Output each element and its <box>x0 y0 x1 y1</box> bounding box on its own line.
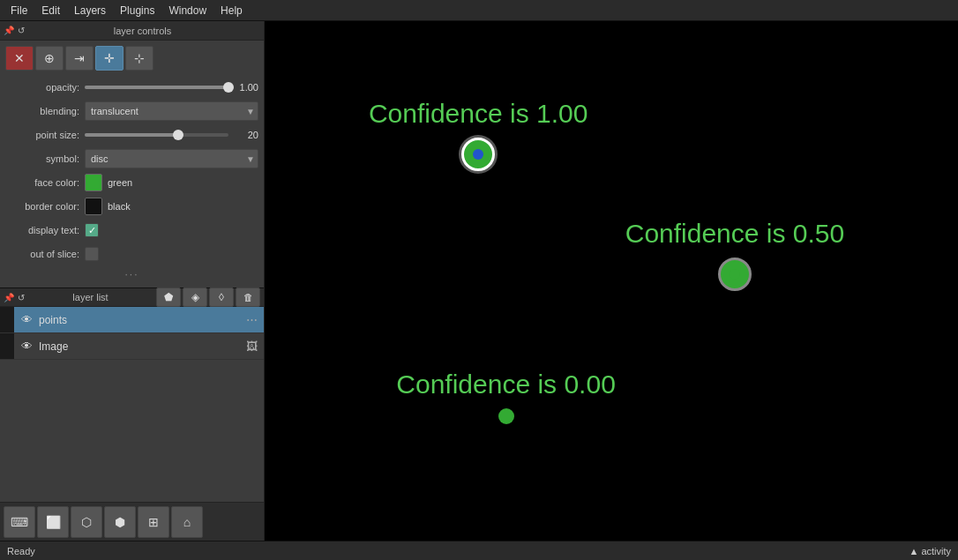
confidence-0-5-point <box>718 258 752 291</box>
select-icon: ⊹ <box>134 51 145 65</box>
point-size-row: point size: 20 <box>5 125 258 145</box>
confidence-1-point <box>461 138 495 171</box>
points-tool-button[interactable]: ⬟ <box>156 287 181 307</box>
opacity-thumb[interactable] <box>223 82 234 93</box>
bottom-toolbar: ⌨ ⬜ ⬡ ⬢ ⊞ ⌂ <box>0 502 264 541</box>
filter-button[interactable]: ⇥ <box>65 46 94 71</box>
box3d-button[interactable]: ⬡ <box>71 506 102 538</box>
main-content: 📌 ↺ layer controls ✕ ⊕ ⇥ ✛ ⊹ <box>0 21 958 541</box>
confidence-0-0-group: Confidence is 0.00 <box>396 370 616 424</box>
grid-button[interactable]: ⊞ <box>138 506 169 538</box>
layer-list-title: layer list <box>25 292 156 302</box>
symbol-label: symbol: <box>5 153 85 164</box>
filter-icon: ⇥ <box>74 51 85 65</box>
border-color-row: border color: black <box>5 197 258 216</box>
home-button[interactable]: ⌂ <box>171 506 203 538</box>
confidence-1-group: Confidence is 1.00 <box>369 99 588 171</box>
add-button[interactable]: ⊕ <box>35 46 64 71</box>
header-icons: 📌 ↺ <box>4 26 25 35</box>
canvas-area[interactable]: Confidence is 1.00 Confidence is 0.50 Co… <box>265 21 958 541</box>
square-icon: ⬜ <box>46 515 61 529</box>
image-layer-icon: 🖼 <box>239 333 264 359</box>
refresh-icon: ↺ <box>18 26 25 35</box>
border-color-swatch[interactable] <box>85 198 102 215</box>
point-size-label: point size: <box>5 130 85 140</box>
opacity-slider[interactable] <box>85 86 228 89</box>
point-size-track <box>85 133 178 137</box>
square-button[interactable]: ⬜ <box>37 506 69 538</box>
select-button[interactable]: ⊹ <box>125 46 153 71</box>
face-color-control: green <box>85 174 258 191</box>
activity-arrow-icon: ▲ <box>909 546 921 556</box>
point-size-thumb[interactable] <box>173 130 183 140</box>
activity-label[interactable]: ▲ activity <box>909 546 951 556</box>
point-size-slider[interactable] <box>85 133 228 137</box>
display-text-checkbox[interactable]: ✓ <box>85 223 99 237</box>
symbol-row: symbol: disc circle square ▼ <box>5 149 258 168</box>
statusbar: Ready ▲ activity <box>0 541 958 560</box>
terminal-icon: ⌨ <box>11 515 28 529</box>
controls-area: ✕ ⊕ ⇥ ✛ ⊹ opacity: <box>0 41 264 287</box>
out-of-slice-control <box>85 247 258 261</box>
opacity-value: 1.00 <box>232 82 258 93</box>
opacity-track <box>85 86 228 89</box>
box3d-open-icon: ⬢ <box>115 515 125 529</box>
status-ready: Ready <box>7 546 35 556</box>
confidence-0-0-label: Confidence is 0.00 <box>396 370 616 399</box>
pin-icon: 📌 <box>4 26 14 35</box>
border-color-label: border color: <box>5 201 85 212</box>
border-color-name: black <box>108 201 131 212</box>
blending-select[interactable]: translucent opaque additive <box>85 101 258 121</box>
points-visibility-toggle[interactable]: 👁 <box>14 307 39 332</box>
menu-plugins[interactable]: Plugins <box>113 3 161 19</box>
opacity-control: 1.00 <box>85 82 258 93</box>
delete-layer-button[interactable]: 🗑 <box>236 287 260 307</box>
opacity-label: opacity: <box>5 82 85 93</box>
box3d-open-button[interactable]: ⬢ <box>104 506 136 538</box>
image-visibility-toggle[interactable]: 👁 <box>14 333 39 359</box>
shapes-tool-button[interactable]: ◈ <box>183 287 207 307</box>
close-button[interactable]: ✕ <box>5 46 34 71</box>
layer-item-points[interactable]: 👁 points ⋯ <box>0 307 264 333</box>
display-text-control: ✓ <box>85 223 258 237</box>
display-text-label: display text: <box>5 225 85 235</box>
confidence-0-5-label: Confidence is 0.50 <box>625 219 845 249</box>
symbol-select[interactable]: disc circle square <box>85 149 258 168</box>
box3d-icon: ⬡ <box>81 515 92 529</box>
layer-controls-header: 📌 ↺ layer controls <box>0 21 264 41</box>
layer-list-header: 📌 ↺ layer list ⬟ ◈ ◊ 🗑 <box>0 287 264 307</box>
labels-tool-button[interactable]: ◊ <box>209 287 234 307</box>
left-panel: 📌 ↺ layer controls ✕ ⊕ ⇥ ✛ ⊹ <box>0 21 265 541</box>
menubar: File Edit Layers Plugins Window Help <box>0 0 958 21</box>
out-of-slice-row: out of slice: <box>5 244 258 264</box>
face-color-name: green <box>108 177 132 188</box>
layer-list-header-icons: 📌 ↺ <box>4 293 25 302</box>
terminal-button[interactable]: ⌨ <box>4 506 35 538</box>
out-of-slice-label: out of slice: <box>5 249 85 259</box>
menu-edit[interactable]: Edit <box>34 3 67 19</box>
out-of-slice-checkbox[interactable] <box>85 247 99 261</box>
menu-file[interactable]: File <box>4 3 34 19</box>
face-color-label: face color: <box>5 177 85 188</box>
menu-help[interactable]: Help <box>213 3 250 19</box>
confidence-1-inner <box>473 149 483 160</box>
blending-label: blending: <box>5 106 85 116</box>
grid-icon: ⊞ <box>148 515 159 529</box>
layer-controls-title: layer controls <box>25 26 260 36</box>
image-color-strip <box>0 333 14 359</box>
face-color-row: face color: green <box>5 173 258 192</box>
points-layer-icon: ⋯ <box>239 307 264 332</box>
point-size-value: 20 <box>232 130 258 140</box>
confidence-0-0-point <box>498 408 514 424</box>
confidence-0-5-group: Confidence is 0.50 <box>625 219 845 291</box>
menu-window[interactable]: Window <box>161 3 213 19</box>
confidence-0-5-inner <box>730 269 740 280</box>
display-text-row: display text: ✓ <box>5 220 258 240</box>
controls-toolbar: ✕ ⊕ ⇥ ✛ ⊹ <box>5 46 258 71</box>
move-button[interactable]: ✛ <box>95 46 123 71</box>
blending-row: blending: translucent opaque additive ▼ <box>5 101 258 121</box>
layer-item-image[interactable]: 👁 Image 🖼 <box>0 333 264 360</box>
face-color-swatch[interactable] <box>85 174 102 191</box>
activity-text: activity <box>921 546 951 556</box>
menu-layers[interactable]: Layers <box>67 3 113 19</box>
